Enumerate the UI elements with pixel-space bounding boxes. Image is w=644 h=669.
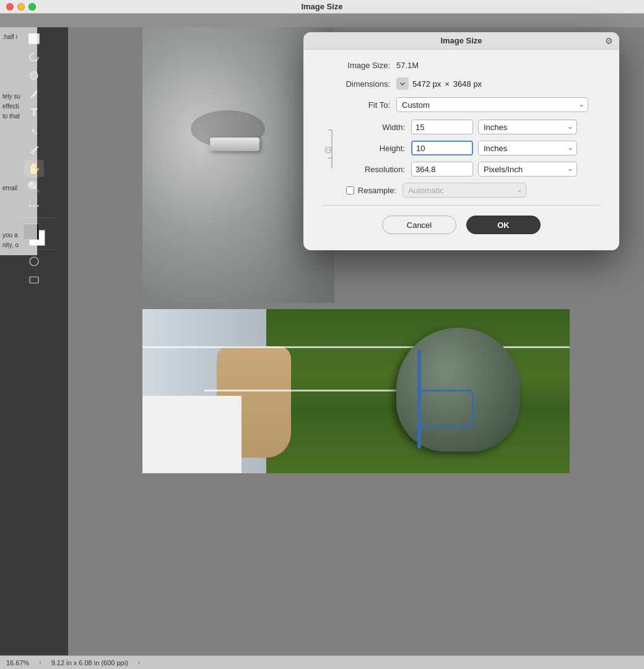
- resample-label: Resample:: [358, 186, 396, 195]
- image-size-value: 57.1M: [396, 61, 419, 70]
- width-unit-select[interactable]: Inches Pixels Centimeters Millimeters Po…: [478, 120, 577, 134]
- resolution-row: Resolution: Pixels/Inch Pixels/Centimete…: [337, 162, 601, 177]
- wh-resolution-inputs: Width: Inches Pixels Centimeters Millime…: [337, 120, 601, 178]
- dimensions-width-px: 5472 px: [412, 79, 441, 89]
- width-unit-wrapper: Inches Pixels Centimeters Millimeters Po…: [478, 120, 577, 134]
- zoom-level: 16.67%: [6, 659, 29, 667]
- modal-body: Image Size: 57.1M Dimensions: 5472 px × …: [303, 50, 619, 250]
- status-bar: 16.67% › 9.12 in x 6.08 in (600 ppi) ›: [0, 655, 644, 669]
- resample-select[interactable]: Automatic Preserve Details Bicubic Smoot…: [402, 183, 526, 198]
- title-bar: Image Size: [0, 0, 644, 14]
- height-row: Height: Inches Pixels Centimeters Millim…: [337, 141, 601, 155]
- height-input[interactable]: [411, 141, 473, 155]
- resample-checkbox[interactable]: [346, 186, 354, 195]
- modal-overlay: Image Size ⚙ Image Size: 57.1M Dimension…: [0, 14, 644, 669]
- status-arrow: ›: [39, 659, 41, 666]
- fit-to-label: Fit To:: [322, 100, 390, 110]
- resample-checkbox-area: Resample:: [322, 186, 396, 195]
- dimensions-inputs-group: Width: Inches Pixels Centimeters Millime…: [322, 120, 601, 178]
- close-button[interactable]: [6, 3, 14, 11]
- image-size-row: Image Size: 57.1M: [322, 61, 601, 70]
- resolution-input[interactable]: [411, 162, 473, 177]
- dimensions-chevron[interactable]: [396, 77, 409, 90]
- resolution-unit-select[interactable]: Pixels/Inch Pixels/Centimeter: [478, 162, 577, 177]
- dimensions-height-px: 3648 px: [453, 79, 482, 89]
- modal-header: Image Size ⚙: [303, 32, 619, 50]
- window-title: Image Size: [301, 2, 342, 11]
- width-input[interactable]: [411, 120, 473, 134]
- svg-point-7: [325, 147, 331, 153]
- link-bracket-svg: [322, 122, 334, 178]
- resolution-unit-wrapper: Pixels/Inch Pixels/Centimeter: [478, 162, 577, 177]
- height-unit-wrapper: Inches Pixels Centimeters Millimeters Po…: [478, 141, 577, 155]
- ok-button[interactable]: OK: [466, 216, 541, 234]
- width-label: Width:: [337, 123, 405, 132]
- maximize-button[interactable]: [28, 3, 36, 11]
- height-label: Height:: [337, 144, 405, 153]
- status-arrow-2: ›: [138, 659, 140, 666]
- modal-buttons: Cancel OK: [322, 213, 601, 237]
- fit-to-select[interactable]: Custom Original Size Letter (300 ppi) Le…: [396, 97, 588, 112]
- minimize-button[interactable]: [17, 3, 25, 11]
- width-row: Width: Inches Pixels Centimeters Millime…: [337, 120, 601, 134]
- dimensions-label: Dimensions:: [322, 79, 390, 89]
- settings-icon[interactable]: ⚙: [605, 36, 613, 46]
- fit-to-select-wrapper: Custom Original Size Letter (300 ppi) Le…: [396, 97, 588, 112]
- dimensions-cross: ×: [445, 79, 450, 89]
- dimensions-value: 5472 px × 3648 px: [396, 77, 482, 90]
- fit-to-row: Fit To: Custom Original Size Letter (300…: [322, 97, 601, 112]
- resample-row: Resample: Automatic Preserve Details Bic…: [322, 183, 601, 198]
- image-size-dialog: Image Size ⚙ Image Size: 57.1M Dimension…: [303, 32, 619, 250]
- height-unit-select[interactable]: Inches Pixels Centimeters Millimeters Po…: [478, 141, 577, 155]
- dimensions-row: Dimensions: 5472 px × 3648 px: [322, 77, 601, 90]
- modal-divider: [322, 205, 601, 206]
- cancel-button[interactable]: Cancel: [382, 216, 456, 234]
- image-size-label: Image Size:: [322, 61, 390, 70]
- resample-select-wrapper: Automatic Preserve Details Bicubic Smoot…: [402, 183, 526, 198]
- resolution-label: Resolution:: [337, 165, 405, 174]
- link-bracket-container: [322, 120, 334, 178]
- image-dimensions-status: 9.12 in x 6.08 in (600 ppi): [51, 659, 128, 667]
- modal-title: Image Size: [440, 36, 482, 45]
- window-controls[interactable]: [6, 3, 36, 11]
